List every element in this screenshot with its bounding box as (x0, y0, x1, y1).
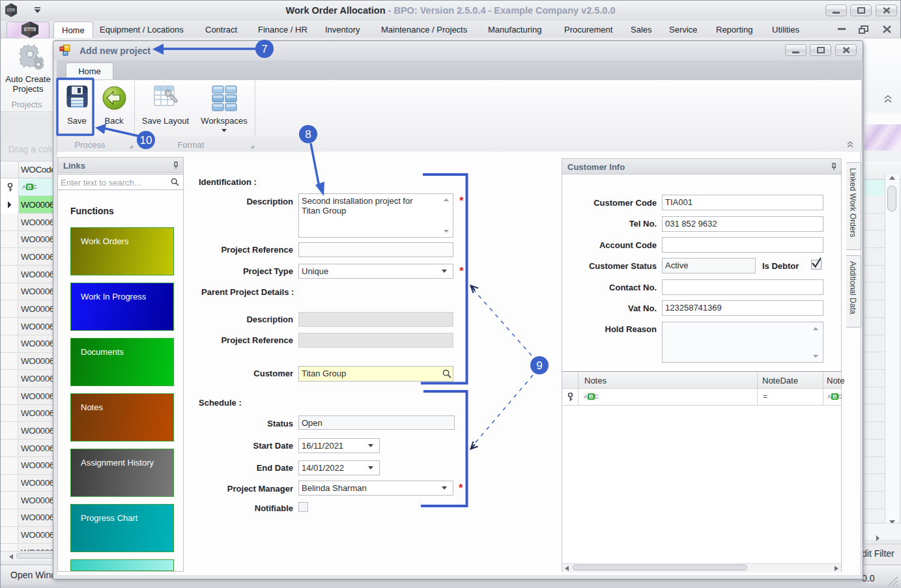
svg-text:10: 10 (140, 134, 152, 147)
svg-text:8: 8 (305, 128, 311, 141)
svg-text:7: 7 (261, 43, 267, 55)
svg-text:9: 9 (536, 359, 542, 372)
